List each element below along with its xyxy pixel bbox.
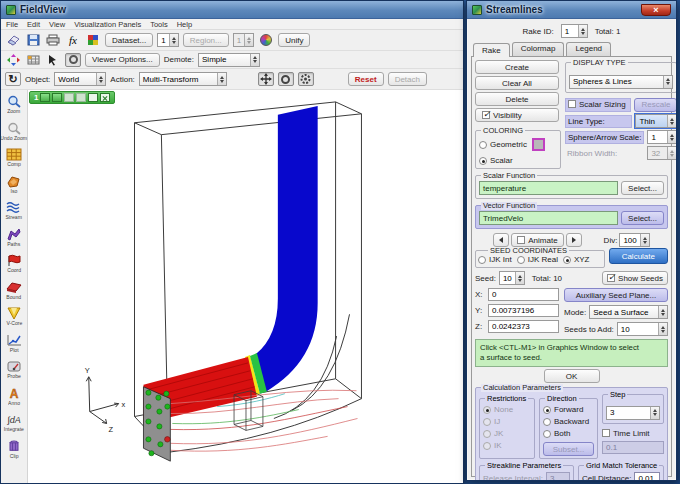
animate-step-forward-button[interactable] [566, 233, 582, 247]
tab-colormap[interactable]: Colormap [512, 42, 565, 56]
rake-id-spinner[interactable]: 1 [561, 24, 588, 38]
reset-button[interactable]: Reset [348, 72, 384, 86]
subset-button[interactable]: Subset... [543, 442, 594, 456]
line-type-dropdown-arrows[interactable] [667, 115, 676, 127]
seed-spinner[interactable]: 10 [499, 271, 525, 285]
demote-dropdown[interactable]: Simple [198, 53, 260, 67]
dataset-unlink-icon[interactable] [76, 93, 86, 102]
object-dropdown-arrows[interactable] [96, 73, 105, 85]
scalar-function-field[interactable]: temperature [479, 181, 618, 195]
calculate-button[interactable]: Calculate [609, 248, 668, 264]
function-icon[interactable]: fx [65, 33, 81, 47]
coloring-geometric-radio[interactable]: Geometric [479, 140, 527, 149]
sidebar-item-probe[interactable]: Probe [1, 360, 27, 387]
seeds-to-add-arrows[interactable] [658, 323, 667, 335]
create-button[interactable]: Create [475, 60, 559, 74]
dataset-visibility-icon[interactable] [40, 93, 50, 102]
fieldview-titlebar[interactable]: FieldView [1, 1, 463, 19]
cursor-icon[interactable] [45, 53, 61, 67]
rotate-object-icon[interactable]: ↻ [5, 72, 21, 86]
cell-distance-field[interactable]: 0.01 [634, 472, 660, 481]
palette-icon[interactable] [85, 33, 101, 47]
display-type-dropdown[interactable]: Spheres & Lines [569, 75, 673, 89]
direction-both-radio[interactable]: Both [543, 429, 594, 438]
z-field[interactable]: 0.0242373 [488, 320, 559, 333]
region-button[interactable]: Region... [183, 33, 229, 47]
sidebar-item-stream[interactable]: Stream [1, 201, 27, 228]
show-seeds-checkbox[interactable]: Show Seeds [607, 274, 663, 283]
close-window-button[interactable]: × [641, 4, 671, 16]
scalar-sizing-checkbox[interactable]: Scalar Sizing [568, 100, 626, 109]
menu-view[interactable]: View [49, 20, 65, 29]
sidebar-item-bound[interactable]: Bound [1, 281, 27, 308]
seed-spinner-arrows[interactable] [515, 272, 524, 284]
sidebar-item-integrate[interactable]: ∫dAIntegrate [1, 413, 27, 440]
sphere-arrow-scale-arrows[interactable] [667, 131, 676, 143]
sidebar-item-coord[interactable]: Coord [1, 254, 27, 281]
menu-visualization-panels[interactable]: Visualization Panels [74, 20, 141, 29]
ijk-int-radio[interactable]: IJK Int [478, 255, 512, 264]
ijk-real-radio[interactable]: IJK Real [517, 255, 558, 264]
vector-function-select-button[interactable]: Select... [621, 211, 664, 225]
tab-rake[interactable]: Rake [473, 43, 510, 57]
step-spinner-arrows[interactable] [650, 407, 659, 419]
seeds-to-add-spinner[interactable]: 10 [617, 322, 668, 336]
sidebar-item-paths[interactable]: Paths [1, 228, 27, 255]
demote-dropdown-arrows[interactable] [250, 54, 259, 66]
menu-edit[interactable]: Edit [27, 20, 40, 29]
region-spinner[interactable]: 1 [233, 33, 254, 47]
dataset-spinner[interactable]: 1 [157, 33, 178, 47]
color-wheel-icon[interactable] [258, 33, 274, 47]
menu-file[interactable]: File [6, 20, 18, 29]
line-type-dropdown[interactable]: Thin [635, 114, 677, 128]
visibility-checkbox-button[interactable]: Visibility [475, 108, 559, 122]
rescale-button[interactable]: Rescale [634, 98, 677, 112]
sidebar-item-zoom[interactable]: Zoom [1, 95, 27, 122]
sidebar-item-undo-zoom[interactable]: Undo Zoom [1, 122, 27, 149]
object-dropdown[interactable]: World [54, 72, 106, 86]
pan-view-button[interactable] [258, 72, 274, 86]
sidebar-item-anno[interactable]: AAnno [1, 387, 27, 414]
animate-step-back-button[interactable] [493, 233, 509, 247]
x-field[interactable]: 0 [488, 288, 559, 301]
dataset-window-icon[interactable] [88, 93, 98, 102]
display-type-dropdown-arrows[interactable] [663, 76, 672, 88]
save-icon[interactable] [25, 33, 41, 47]
action-dropdown-arrows[interactable] [217, 73, 226, 85]
vector-function-field[interactable]: TrimedVelo [479, 211, 618, 225]
sidebar-item-vcore[interactable]: V-Core [1, 307, 27, 334]
circle-tool-icon[interactable] [65, 53, 81, 67]
detach-button[interactable]: Detach [388, 72, 427, 86]
graphics-viewport[interactable]: 1 [28, 90, 463, 483]
sidebar-item-plot[interactable]: Plot [1, 334, 27, 361]
dataset-spinner-arrows[interactable] [169, 34, 178, 46]
3d-scene[interactable]: Y x Z [28, 90, 463, 483]
sphere-arrow-scale-spinner[interactable]: 1 [647, 130, 677, 144]
visibility-checkbox[interactable]: Visibility [482, 111, 522, 120]
sidebar-item-clip[interactable]: Clip [1, 440, 27, 467]
menu-help[interactable]: Help [177, 20, 192, 29]
dataset-mesh-icon[interactable] [52, 93, 62, 102]
direction-forward-radio[interactable]: Forward [543, 405, 594, 414]
mode-dropdown-arrows[interactable] [658, 306, 667, 318]
show-seeds-button[interactable]: Show Seeds [602, 271, 668, 285]
direction-backward-radio[interactable]: Backward [543, 417, 594, 426]
pan-colored-icon[interactable] [5, 53, 21, 67]
clear-all-button[interactable]: Clear All [475, 76, 559, 90]
streamlines-titlebar[interactable]: Streamlines × [467, 1, 676, 19]
unify-button[interactable]: Unify [278, 33, 310, 47]
scalar-function-select-button[interactable]: Select... [621, 181, 664, 195]
rotate-view-button[interactable] [278, 72, 294, 86]
dataset-grid-icon[interactable] [25, 53, 41, 67]
action-dropdown[interactable]: Multi-Transform [139, 72, 227, 86]
animate-checkbox[interactable]: Animate [517, 236, 557, 245]
step-spinner[interactable]: 3 [606, 406, 660, 420]
div-spinner[interactable]: 100 [619, 233, 649, 247]
mode-dropdown[interactable]: Seed a Surface [589, 305, 668, 319]
tab-legend[interactable]: Legend [566, 42, 611, 56]
dataset-link-icon[interactable] [64, 93, 74, 102]
animate-checkbox-button[interactable]: Animate [511, 233, 563, 247]
time-limit-checkbox[interactable]: Time Limit [602, 429, 664, 438]
delete-button[interactable]: Delete [475, 92, 559, 106]
ok-button[interactable]: OK [544, 369, 600, 383]
